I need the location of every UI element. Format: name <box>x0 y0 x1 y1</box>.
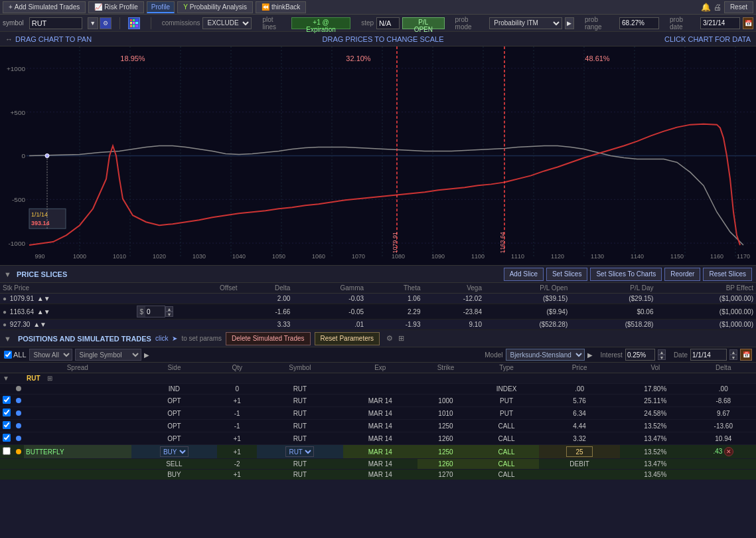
price-slices-expand[interactable]: ▼ <box>4 270 11 278</box>
ind-side: IND <box>131 384 218 395</box>
prob-mode-section: prob mode Probability ITM ▶ <box>455 16 574 31</box>
sell-spread <box>24 459 131 470</box>
prob-mode-select[interactable]: Probability ITM <box>489 17 562 29</box>
opt4-strike: 1260 <box>417 432 474 445</box>
prob-icon: Y <box>183 3 188 11</box>
delete-simulated-trades-button[interactable]: Delete Simulated Trades <box>226 332 311 345</box>
profile-tab-button[interactable]: Profile <box>147 1 175 13</box>
model-label: Model <box>485 351 502 359</box>
butterfly-close-button[interactable]: ✕ <box>724 447 733 456</box>
grid-color-button[interactable] <box>128 17 140 29</box>
interest-down[interactable]: ▼ <box>658 355 666 360</box>
reorder-button[interactable]: Reorder <box>664 268 700 281</box>
prob-date-section: prob date 📅 <box>670 16 753 31</box>
set-slices-button[interactable]: Set Slices <box>546 268 587 281</box>
col-price: Price <box>539 363 620 373</box>
set-slices-charts-button[interactable]: Set Slices To Charts <box>590 268 662 281</box>
opt1-delta: -8.68 <box>691 395 756 407</box>
sell-side: SELL <box>131 459 218 470</box>
svg-text:1000: 1000 <box>73 253 86 260</box>
symbol-dropdown-button[interactable]: ▼ <box>88 17 98 29</box>
svg-text:1140: 1140 <box>631 253 644 260</box>
svg-text:1150: 1150 <box>670 253 684 260</box>
opt3-check[interactable] <box>0 420 13 432</box>
buy2-vol: 13.45% <box>620 470 691 480</box>
svg-text:393.14: 393.14 <box>31 220 49 226</box>
symbol-row: symbol ▼ ⚙ commissions EXCLUDE plot line… <box>0 15 756 32</box>
plot-lines-button[interactable]: +1 @ Expiration <box>291 17 350 29</box>
drag-scale-text: DRAG PRICES TO CHANGE SCALE <box>260 35 505 43</box>
slice2-offset[interactable]: $ ▲ ▼ <box>134 304 240 319</box>
prob-mode-arrow[interactable]: ▶ <box>565 17 574 29</box>
rut-symbol-label: RUT ⊞ <box>24 373 756 384</box>
probability-analysis-button[interactable]: Y Probability Analysis <box>177 1 253 13</box>
slice3-offset <box>134 319 240 330</box>
ind-price: .00 <box>539 384 620 395</box>
prob-date-calendar[interactable]: 📅 <box>743 17 753 29</box>
interest-up[interactable]: ▲ <box>658 349 666 355</box>
date-down[interactable]: ▼ <box>729 355 737 360</box>
single-symbol-select[interactable]: Single Symbol <box>75 349 141 361</box>
opt4-price: 3.32 <box>539 432 620 445</box>
opt2-type: PUT <box>474 407 539 420</box>
opt4-circle <box>13 432 24 445</box>
chart-area[interactable]: +1000 +500 0 -500 -1000 990 1000 1010 10… <box>0 46 756 266</box>
reset-slices-button[interactable]: Reset Slices <box>703 268 752 281</box>
add-slice-button[interactable]: Add Slice <box>504 268 544 281</box>
all-checkbox[interactable] <box>4 351 12 359</box>
date-up[interactable]: ▲ <box>729 349 737 355</box>
col-offset: Offset <box>134 283 240 294</box>
svg-text:1120: 1120 <box>551 253 564 260</box>
symbol-input[interactable] <box>29 17 82 29</box>
butterfly-price[interactable] <box>539 445 620 459</box>
sell-symbol: RUT <box>257 459 343 470</box>
positions-expand[interactable]: ▼ <box>4 335 11 343</box>
date-calendar[interactable]: 📅 <box>740 349 752 361</box>
step-input[interactable] <box>376 17 400 29</box>
positions-settings-icon[interactable]: ⚙ <box>386 334 393 343</box>
opt1-side: OPT <box>131 395 218 407</box>
opt1-price: 5.76 <box>539 395 620 407</box>
symbol-settings-button[interactable]: ⚙ <box>100 17 112 29</box>
positions-expand-icon[interactable]: ⊞ <box>398 334 404 343</box>
butterfly-check[interactable] <box>0 445 13 459</box>
set-params-text: to set params <box>181 335 222 342</box>
opt2-check[interactable] <box>0 407 13 420</box>
thinkback-button[interactable]: ⏪ thinkBack <box>256 1 306 13</box>
opt4-type: CALL <box>474 432 539 445</box>
pl-open-button[interactable]: P/L OPEN <box>402 17 444 29</box>
reset-button[interactable]: Reset <box>724 1 753 13</box>
chart-info-bar: ↔ DRAG CHART TO PAN DRAG PRICES TO CHANG… <box>0 32 756 46</box>
opt3-strike: 1250 <box>417 420 474 432</box>
model-select[interactable]: Bjerksund-Stensland <box>506 349 585 361</box>
reset-parameters-button[interactable]: Reset Parameters <box>315 332 380 345</box>
slice2-offset-up[interactable]: ▲ <box>165 306 173 312</box>
opt3-type: CALL <box>474 420 539 432</box>
prob-date-input[interactable] <box>700 17 740 29</box>
risk-profile-button[interactable]: 📈 Risk Profile <box>88 1 144 13</box>
slice2-offset-input[interactable] <box>145 306 165 317</box>
sell-price: DEBIT <box>539 459 620 470</box>
slice2-offset-down[interactable]: ▼ <box>165 312 173 317</box>
opt4-symbol: RUT <box>257 432 343 445</box>
interest-input[interactable] <box>625 349 655 361</box>
opt4-side: OPT <box>131 432 218 445</box>
col-vol: Vol <box>620 363 691 373</box>
date-input[interactable] <box>690 349 727 361</box>
click-set-params-button[interactable]: click <box>155 335 168 342</box>
butterfly-price-input[interactable] <box>566 446 593 457</box>
step-section: step P/L OPEN <box>361 17 444 29</box>
slice-row-2: ● 1163.64 ▲▼ $ ▲ ▼ -1.66 -0.05 2.29 -23.… <box>0 304 756 319</box>
opt4-check[interactable] <box>0 432 13 445</box>
opt-row-3: OPT -1 RUT MAR 14 1250 CALL 4.44 13.52% … <box>0 420 756 432</box>
commissions-select[interactable]: EXCLUDE <box>202 17 252 29</box>
opt3-price: 4.44 <box>539 420 620 432</box>
chart-svg: +1000 +500 0 -500 -1000 990 1000 1010 10… <box>0 46 756 265</box>
svg-text:-1000: -1000 <box>8 240 25 247</box>
show-all-select[interactable]: Show All <box>29 349 72 361</box>
add-simulated-trades-button[interactable]: + Add Simulated Trades <box>3 1 86 13</box>
prob-range-input[interactable] <box>619 17 659 29</box>
opt1-check[interactable] <box>0 395 13 407</box>
buy2-row: BUY +1 RUT MAR 14 1270 CALL 13.45% <box>0 470 756 480</box>
rut-expand[interactable]: ▼ <box>0 373 13 384</box>
